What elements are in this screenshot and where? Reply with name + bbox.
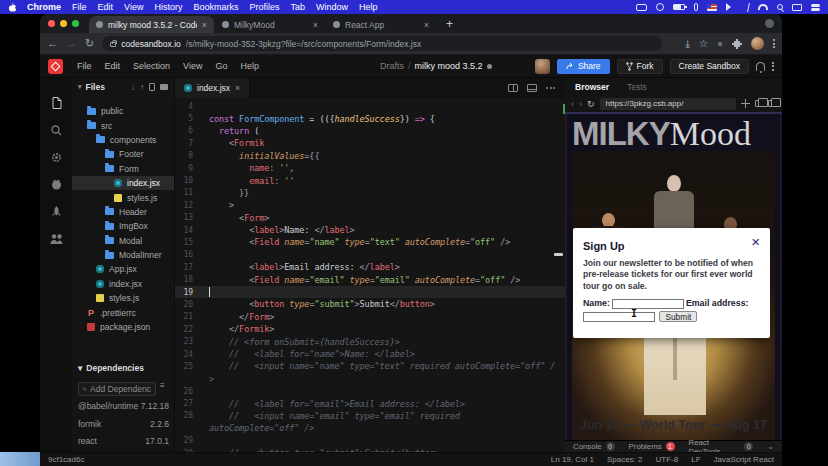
tree-item-public[interactable]: public — [72, 104, 174, 118]
submit-button[interactable]: Submit — [659, 311, 697, 322]
search-icon[interactable] — [50, 124, 63, 137]
control-center-icon[interactable] — [811, 3, 820, 12]
settings-gear-icon[interactable] — [50, 151, 63, 164]
layout-panel-icon[interactable] — [527, 84, 537, 92]
install-app-icon[interactable]: ⤓ — [686, 39, 690, 49]
code-line[interactable]: 23 // <form onSubmit={handleSuccess}> — [175, 335, 565, 347]
bluetooth-icon[interactable] — [743, 3, 750, 12]
browser-tab[interactable]: MilkyMood× — [215, 16, 325, 33]
browser-menu-icon[interactable] — [773, 39, 775, 48]
share-button[interactable]: Share — [557, 59, 610, 74]
files-section-header[interactable]: ▾ Files ↓ ↑ — [72, 78, 174, 96]
status-circle-icon[interactable]: ● — [717, 39, 723, 49]
notifications-bell-icon[interactable] — [756, 62, 765, 71]
new-directory-icon[interactable] — [160, 84, 168, 90]
tab-close-icon[interactable]: × — [424, 20, 429, 30]
menubar-item-window[interactable]: Window — [316, 2, 348, 12]
csb-menu-edit[interactable]: Edit — [105, 61, 121, 71]
tab-close-icon[interactable]: × — [202, 20, 207, 30]
code-line[interactable]: 25 // <input name="name" type="text" req… — [175, 360, 565, 372]
tree-item-modal[interactable]: Modal — [72, 234, 174, 248]
tree-item-stylesjs[interactable]: styles.js — [72, 190, 174, 204]
deployment-rocket-icon[interactable] — [50, 205, 63, 219]
github-icon[interactable] — [50, 178, 63, 191]
sandbox-title[interactable]: milky mood 3.5.2 — [415, 61, 483, 71]
code-line[interactable]: 11 }} — [175, 187, 565, 199]
csb-menu-file[interactable]: File — [77, 61, 92, 71]
close-tab-icon[interactable]: × — [235, 83, 240, 93]
editor-more-icon[interactable] — [546, 87, 555, 89]
preview-reload-icon[interactable]: ↻ — [587, 99, 595, 109]
tree-item-src[interactable]: src — [72, 118, 174, 132]
code-line[interactable]: 22 </Formik> — [175, 323, 565, 335]
menubar-item-edit[interactable]: Edit — [98, 2, 114, 12]
statusbar-item[interactable]: UTF-8 — [656, 455, 679, 464]
code-line[interactable]: 27 // <label for="email">Email address: … — [175, 397, 565, 409]
code-line[interactable]: 9 name: '', — [175, 162, 565, 174]
code-line[interactable]: 7 <Formik — [175, 137, 565, 149]
code-line[interactable]: 21 </Form> — [175, 311, 565, 323]
pause-icon[interactable] — [656, 3, 664, 11]
modal-close-icon[interactable]: × — [751, 234, 760, 249]
menubar-item-tab[interactable]: Tab — [290, 2, 305, 12]
csb-menu-help[interactable]: Help — [240, 61, 259, 71]
add-dependency-input[interactable]: Add Dependenc — [78, 382, 156, 396]
code-line[interactable]: 14 <label>Name: </label> — [175, 224, 565, 236]
live-users-icon[interactable] — [49, 233, 64, 245]
dependency-row[interactable]: formik2.2.6 — [78, 419, 169, 437]
csb-menu-go[interactable]: Go — [215, 61, 227, 71]
dependency-list-icon[interactable]: ≡ — [160, 384, 170, 387]
display-icon[interactable] — [792, 4, 802, 11]
tree-item-form[interactable]: Form — [72, 162, 174, 176]
close-window-button[interactable] — [48, 20, 55, 27]
statusbar-item[interactable]: Ln 19, Col 1 — [551, 455, 594, 464]
extensions-puzzle-icon[interactable] — [732, 35, 742, 53]
csb-menu-view[interactable]: View — [183, 61, 202, 71]
editor-tab-indexjsx[interactable]: index.jsx × — [175, 78, 250, 98]
create-sandbox-button[interactable]: Create Sandbox — [670, 59, 749, 74]
volume-icon[interactable] — [726, 3, 735, 11]
csb-logo-icon[interactable] — [48, 59, 63, 74]
email-input[interactable] — [583, 312, 655, 322]
statusbar-item[interactable]: Spaces: 2 — [607, 455, 643, 464]
microphone-icon[interactable] — [694, 3, 698, 11]
statusbar-item[interactable]: JavaScript React — [714, 455, 774, 464]
code-line[interactable]: 19 — [175, 286, 565, 298]
breadcrumb-root[interactable]: Drafts — [380, 61, 404, 71]
dependency-row[interactable]: @babel/runtime7.12.18 — [78, 401, 169, 419]
dependency-row[interactable]: react17.0.1 — [78, 436, 169, 452]
devtools-tab-problems[interactable]: Problems1 — [629, 442, 675, 451]
menubar-item-profiles[interactable]: Profiles — [249, 2, 279, 12]
upload-icon[interactable]: ↑ — [140, 83, 144, 92]
tree-item-appjsx[interactable]: App.jsx — [72, 262, 174, 276]
minimize-window-button[interactable] — [60, 20, 67, 27]
zoom-window-button[interactable] — [72, 20, 79, 27]
code-line[interactable]: 4 — [175, 100, 565, 112]
name-input[interactable] — [612, 299, 684, 309]
code-line[interactable]: 28 // <input name="email" type="email" r… — [175, 410, 565, 422]
code-area[interactable]: 45const FormComponent = (({handleSuccess… — [175, 98, 565, 452]
fork-button[interactable]: Fork — [617, 59, 663, 74]
tree-item-packagejson[interactable]: package.json — [72, 320, 174, 334]
devtools-tab-console[interactable]: Console0 — [573, 442, 615, 451]
menubar-item-help[interactable]: Help — [359, 2, 378, 12]
apple-menu-icon[interactable] — [8, 3, 16, 12]
tree-item-indexjsx[interactable]: index.jsx — [72, 176, 174, 190]
code-line[interactable]: 24 // <label for="name">Name: </label> — [175, 348, 565, 360]
code-line[interactable]: autoComplete="off" /> — [175, 422, 565, 434]
csb-menu-selection[interactable]: Selection — [133, 61, 170, 71]
tree-item-footer[interactable]: Footer — [72, 147, 174, 161]
tree-item-components[interactable]: components — [72, 133, 174, 147]
new-file-icon[interactable] — [149, 83, 155, 91]
tab-close-icon[interactable]: × — [313, 20, 318, 30]
code-line[interactable]: 13 <Form> — [175, 212, 565, 224]
code-line[interactable]: 20 <button type="submit">Submit</button> — [175, 298, 565, 310]
new-tab-button[interactable]: + — [446, 16, 453, 33]
tree-item-imgbox[interactable]: ImgBox — [72, 219, 174, 233]
csb-user-avatar[interactable] — [535, 59, 550, 74]
forward-button[interactable]: → — [66, 38, 77, 49]
code-line[interactable]: 15 <Field name="name" type="text" autoCo… — [175, 236, 565, 248]
menubar-item-bookmarks[interactable]: Bookmarks — [193, 2, 238, 12]
browser-profile-avatar[interactable] — [751, 37, 764, 50]
code-line[interactable]: 10 email: '' — [175, 174, 565, 186]
